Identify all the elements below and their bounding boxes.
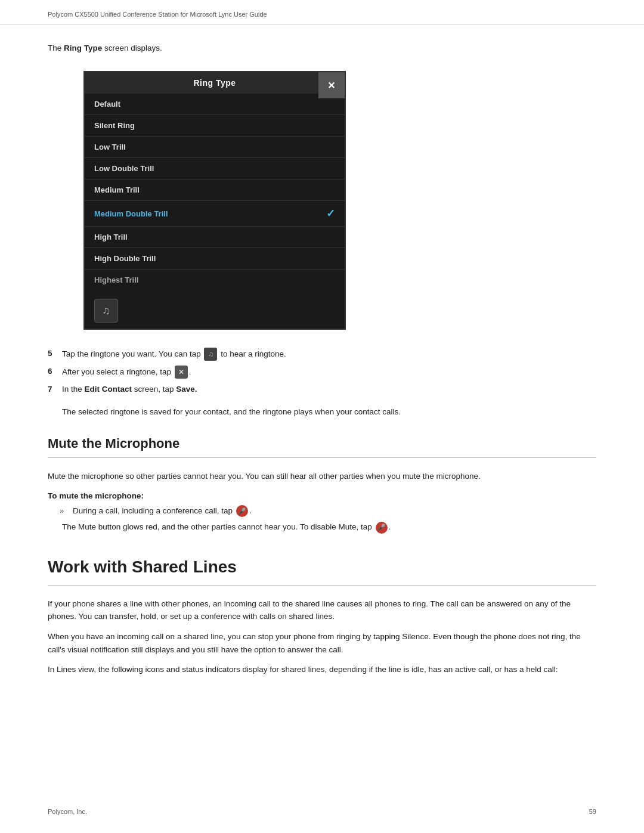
item-label: Medium Trill (94, 185, 140, 194)
step-5: 5 Tap the ringtone you want. You can tap… (48, 348, 596, 361)
item-label: Low Trill (94, 143, 126, 151)
mute-bullet: » During a call, including a conference … (60, 505, 596, 517)
step-number: 5 (48, 348, 56, 360)
page-header: Polycom CX5500 Unified Conference Statio… (0, 0, 644, 24)
step-number: 7 (48, 383, 56, 395)
step7-note: The selected ringtone is saved for your … (62, 405, 596, 419)
step-text: In the Edit Contact screen, tap Save. (62, 383, 197, 395)
shared-lines-body1: If your phone shares a line with other p… (48, 597, 596, 623)
list-item[interactable]: Highest Trill (85, 270, 345, 293)
step-7: 7 In the Edit Contact screen, tap Save. (48, 383, 596, 395)
item-label: Silent Ring (94, 121, 135, 130)
close-icon: ✕ (327, 80, 336, 91)
section-divider2 (48, 585, 596, 586)
music-inline-icon: ♫ (204, 348, 217, 361)
step-text: After you select a ringtone, tap ✕. (62, 366, 191, 379)
item-label: Medium Double Trill (94, 209, 168, 218)
shared-lines-body3: In Lines view, the following icons and s… (48, 663, 596, 676)
intro-bold: Ring Type (64, 44, 102, 52)
steps-list: 5 Tap the ringtone you want. You can tap… (48, 348, 596, 395)
close-button[interactable]: ✕ (318, 72, 345, 98)
list-item[interactable]: Low Trill (85, 137, 345, 158)
page-footer: Polycom, Inc. 59 (48, 808, 596, 815)
list-item[interactable]: High Double Trill (85, 248, 345, 270)
mute-section-heading: Mute the Microphone (48, 436, 596, 451)
shared-lines-heading: Work with Shared Lines (48, 558, 596, 577)
step-number: 6 (48, 366, 56, 377)
item-label: High Trill (94, 233, 128, 241)
mute-subheading: To mute the microphone: (48, 491, 596, 500)
ring-type-screen: Ring Type ✕ Default Silent Ring Low Tril… (83, 71, 346, 330)
ring-type-list: Default Silent Ring Low Trill Low Double… (85, 94, 345, 293)
checkmark-icon: ✓ (326, 207, 335, 220)
screenshot-container: Ring Type ✕ Default Silent Ring Low Tril… (83, 71, 346, 330)
mute-disable-icon: 🎤 (376, 522, 388, 534)
item-label: Low Double Trill (94, 164, 154, 173)
item-label: Default (94, 100, 120, 109)
header-text: Polycom CX5500 Unified Conference Statio… (48, 11, 267, 18)
shared-lines-body2: When you have an incoming call on a shar… (48, 630, 596, 656)
item-label: Highest Trill (94, 275, 138, 284)
item-label: High Double Trill (94, 254, 156, 263)
list-item-selected[interactable]: Medium Double Trill ✓ (85, 201, 345, 227)
ring-type-header: Ring Type ✕ (85, 72, 345, 94)
list-item[interactable]: Low Double Trill (85, 158, 345, 179)
list-item[interactable]: Default (85, 94, 345, 115)
step-6: 6 After you select a ringtone, tap ✕. (48, 366, 596, 379)
footer-left: Polycom, Inc. (48, 808, 87, 815)
mute-inline-icon: 🎤 (236, 505, 248, 517)
mute-body1: Mute the microphone so other parties can… (48, 470, 596, 483)
mute-bullet-text: During a call, including a conference ca… (73, 505, 251, 517)
main-content: The Ring Type screen displays. Ring Type… (0, 24, 644, 731)
screen-footer: ♫ (85, 293, 345, 329)
list-item[interactable]: High Trill (85, 227, 345, 248)
step-text: Tap the ringtone you want. You can tap ♫… (62, 348, 286, 361)
mute-note: The Mute button glows red, and the other… (62, 521, 596, 534)
bullet-arrow-icon: » (60, 505, 68, 517)
list-item[interactable]: Medium Trill (85, 179, 345, 201)
close-inline-icon: ✕ (175, 366, 188, 379)
ring-type-title: Ring Type (193, 78, 236, 88)
intro-after: screen displays. (102, 44, 162, 52)
music-play-button[interactable]: ♫ (94, 299, 118, 323)
music-icon: ♫ (102, 305, 110, 317)
footer-right: 59 (589, 808, 596, 815)
list-item[interactable]: Silent Ring (85, 115, 345, 137)
intro-before: The (48, 44, 64, 52)
intro-paragraph: The Ring Type screen displays. (48, 42, 596, 54)
section-divider (48, 457, 596, 458)
